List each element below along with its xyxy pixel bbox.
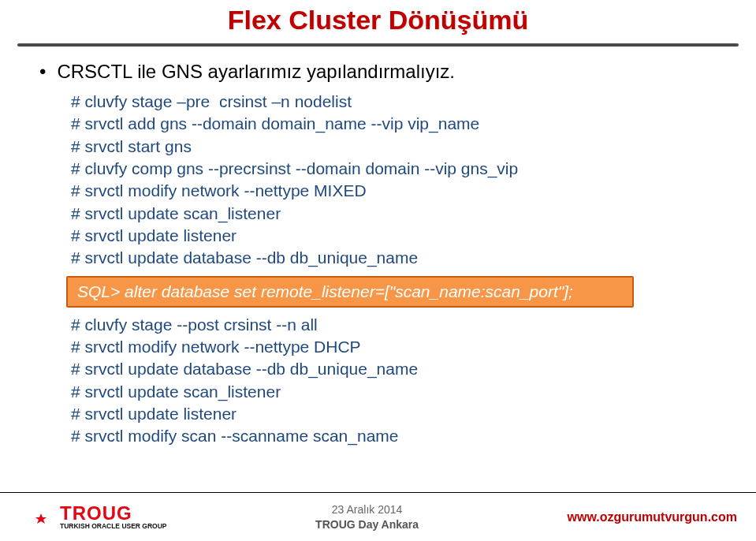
code-line: # cluvfy comp gns --precrsinst --domain … (71, 158, 717, 180)
bullet-text: CRSCTL ile GNS ayarlarımız yapılandırmal… (57, 61, 455, 83)
code-line: # srvctl update database --db db_unique_… (71, 247, 717, 269)
sql-callout: SQL> alter database set remote_listener=… (66, 276, 634, 308)
bullet-row: • CRSCTL ile GNS ayarlarımız yapılandırm… (39, 61, 717, 83)
code-line: # srvctl add gns --domain domain_name --… (71, 113, 717, 135)
footer: TROUG TURKISH ORACLE USER GROUP 23 Aralı… (0, 492, 756, 541)
logo-crescent-icon (19, 504, 55, 531)
code-line: # srvctl start gns (71, 136, 717, 158)
code-line: # srvctl modify network --nettype MIXED (71, 180, 717, 202)
page-title: Flex Cluster Dönüşümü (0, 0, 756, 35)
code-block-bottom: # cluvfy stage --post crsinst --n all # … (71, 314, 717, 448)
code-line: # cluvfy stage –pre crsinst –n nodelist (71, 91, 717, 113)
code-line: # srvctl update scan_listener (71, 381, 717, 403)
footer-event: TROUG Day Ankara (315, 517, 419, 532)
code-line: # srvctl update listener (71, 225, 717, 247)
bullet-icon: • (39, 62, 46, 81)
code-line: # srvctl modify network --nettype DHCP (71, 336, 717, 358)
content-area: • CRSCTL ile GNS ayarlarımız yapılandırm… (0, 47, 756, 448)
code-line: # srvctl update listener (71, 403, 717, 425)
code-line: # cluvfy stage --post crsinst --n all (71, 314, 717, 336)
logo-text: TROUG TURKISH ORACLE USER GROUP (60, 504, 167, 530)
logo: TROUG TURKISH ORACLE USER GROUP (19, 504, 167, 531)
footer-date: 23 Aralık 2014 (315, 502, 419, 517)
code-block-top: # cluvfy stage –pre crsinst –n nodelist … (71, 91, 717, 270)
logo-subtitle: TURKISH ORACLE USER GROUP (60, 523, 167, 530)
svg-marker-0 (35, 513, 47, 524)
code-line: # srvctl update database --db db_unique_… (71, 358, 717, 380)
code-line: # srvctl update scan_listener (71, 203, 717, 225)
code-line: # srvctl modify scan --scanname scan_nam… (71, 425, 717, 447)
logo-word: TROUG (60, 504, 167, 523)
footer-url: www.ozgurumutvurgun.com (568, 510, 737, 524)
footer-center: 23 Aralık 2014 TROUG Day Ankara (315, 502, 419, 531)
